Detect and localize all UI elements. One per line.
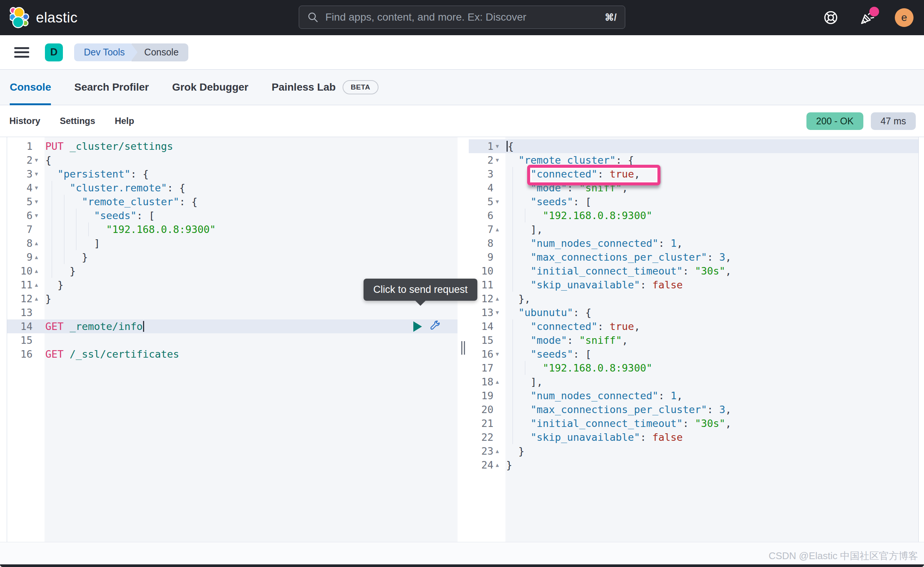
token-p: : <box>640 279 652 291</box>
send-request-play-button[interactable] <box>413 321 422 332</box>
fold-toggle-icon[interactable]: ▴ <box>496 458 506 472</box>
response-code-line[interactable]: 6 "192.168.0.8:9300" <box>469 208 918 222</box>
response-code-line[interactable]: 1▾{ <box>469 140 918 153</box>
request-code-line[interactable]: 2▾{ <box>7 153 458 167</box>
line-number: 16 <box>469 347 496 361</box>
response-code-line[interactable]: 13▾ "ubunutu": { <box>469 306 918 320</box>
fold-toggle-icon[interactable]: ▴ <box>496 292 506 306</box>
line-number: 6 <box>7 208 35 222</box>
request-code-line[interactable]: 13 <box>7 306 458 320</box>
request-code-line[interactable]: 6▾ "seeds": [ <box>7 208 458 222</box>
fold-toggle-icon[interactable]: ▴ <box>35 292 45 306</box>
response-code-line[interactable]: 8 "num_nodes_connected": 1, <box>469 236 918 250</box>
fold-toggle-icon[interactable]: ▾ <box>35 195 45 208</box>
token-k: "skip_unavailable" <box>531 279 640 291</box>
fold-toggle-icon[interactable]: ▾ <box>35 167 45 181</box>
response-code-line[interactable]: 5▾ "seeds": [ <box>469 195 918 208</box>
token-p: , <box>725 404 731 416</box>
notification-dot <box>869 7 879 16</box>
fold-toggle-icon[interactable]: ▾ <box>496 195 506 208</box>
response-code-line[interactable]: 9 "max_connections_per_cluster": 3, <box>469 250 918 264</box>
breadcrumb: Dev ToolsConsole <box>74 44 188 62</box>
response-code-line[interactable]: 24▴} <box>469 458 918 472</box>
token-p: : <box>707 251 719 263</box>
response-code-line[interactable]: 17 "192.168.0.8:9300" <box>469 361 918 375</box>
help-button[interactable] <box>821 8 840 27</box>
request-code-line[interactable]: 10▴ } <box>7 264 458 278</box>
response-code-line[interactable]: 16▾ "seeds": [ <box>469 347 918 361</box>
fold-toggle-icon[interactable]: ▾ <box>496 140 506 153</box>
line-number-gutter: 2▾ <box>7 153 45 167</box>
request-code-line[interactable]: 3▾ "persistent": { <box>7 167 458 181</box>
news-button[interactable] <box>858 8 877 27</box>
fold-toggle-icon[interactable]: ▾ <box>35 153 45 167</box>
request-editor[interactable]: 1PUT _cluster/settings2▾{3▾ "persistent"… <box>7 137 458 542</box>
response-code-line[interactable]: 18▴ ], <box>469 375 918 389</box>
indent-guide <box>88 222 89 236</box>
response-code-line[interactable]: 7▴ ], <box>469 222 918 236</box>
tab-console[interactable]: Console <box>10 70 51 105</box>
response-code-line[interactable]: 21 "initial_connect_timeout": "30s", <box>469 417 918 430</box>
fold-toggle-icon[interactable]: ▾ <box>496 153 506 167</box>
response-code-line[interactable]: 11 "skip_unavailable": false <box>469 278 918 292</box>
fold-toggle-icon[interactable]: ▴ <box>35 264 45 278</box>
response-code-line[interactable]: 14 "connected": true, <box>469 320 918 333</box>
fold-toggle-icon[interactable]: ▾ <box>496 306 506 320</box>
request-code-line[interactable]: 8▴ ] <box>7 236 458 250</box>
request-code-line[interactable]: 4▾ "cluster.remote": { <box>7 181 458 195</box>
response-time-badge: 47 ms <box>871 112 916 130</box>
token-p <box>506 210 543 221</box>
resize-handle[interactable] <box>461 341 465 355</box>
fold-toggle-icon[interactable]: ▾ <box>35 208 45 222</box>
fold-toggle-icon[interactable]: ▴ <box>496 222 506 236</box>
token-p: : { <box>130 168 149 180</box>
menu-help[interactable]: Help <box>115 116 134 126</box>
response-code-line[interactable]: 23▴ } <box>469 444 918 458</box>
response-code-line[interactable]: 2▾ "remote_cluster": { <box>469 153 918 167</box>
life-buoy-icon <box>823 10 838 26</box>
tab-search-profiler[interactable]: Search Profiler <box>74 70 148 105</box>
global-search-input[interactable]: Find apps, content, and more. Ex: Discov… <box>299 6 625 29</box>
user-avatar[interactable]: e <box>895 8 914 27</box>
menu-hamburger-icon[interactable] <box>14 47 29 58</box>
indent-guide <box>513 361 513 375</box>
code-text: "ubunutu": { <box>506 306 918 320</box>
fold-toggle-icon[interactable]: ▴ <box>35 250 45 264</box>
request-code-line[interactable]: 9▴ } <box>7 250 458 264</box>
request-code-line[interactable]: 16GET /_ssl/certificates <box>7 347 458 361</box>
response-code-line[interactable]: 19 "num_nodes_connected": 1, <box>469 389 918 403</box>
request-code-line[interactable]: 15 <box>7 333 458 347</box>
tab-painless-lab[interactable]: Painless LabBETA <box>272 70 378 105</box>
response-code-line[interactable]: 22 "skip_unavailable": false <box>469 430 918 444</box>
fold-toggle-icon[interactable]: ▴ <box>496 444 506 458</box>
menu-settings[interactable]: Settings <box>60 116 96 126</box>
breadcrumb-item-console[interactable]: Console <box>131 44 188 62</box>
request-code-line[interactable]: 7 "192.168.0.8:9300" <box>7 222 458 236</box>
breadcrumb-item-dev-tools[interactable]: Dev Tools <box>74 44 137 62</box>
fold-toggle-icon[interactable]: ▴ <box>35 236 45 250</box>
request-code-line[interactable]: 1PUT _cluster/settings <box>7 140 458 153</box>
response-code-line[interactable]: 3 "connected": true, <box>469 167 918 181</box>
response-viewer[interactable]: 1▾{2▾ "remote_cluster": {3 "connected": … <box>469 137 919 542</box>
request-code-line[interactable]: 14GET _remote/info <box>7 320 458 333</box>
fold-toggle-icon[interactable]: ▴ <box>35 278 45 292</box>
response-code-line[interactable]: 15 "mode": "sniff", <box>469 333 918 347</box>
token-p <box>45 210 94 221</box>
indent-guide <box>64 236 64 250</box>
token-p <box>506 251 531 263</box>
request-wrench-icon[interactable] <box>428 320 440 333</box>
response-code-line[interactable]: 20 "max_connections_per_cluster": 3, <box>469 403 918 417</box>
fold-toggle-icon[interactable]: ▾ <box>496 347 506 361</box>
line-number-gutter: 2▾ <box>469 153 506 167</box>
menu-history[interactable]: History <box>9 116 40 126</box>
response-code-line[interactable]: 12▴ }, <box>469 292 918 306</box>
response-code-line[interactable]: 10 "initial_connect_timeout": "30s", <box>469 264 918 278</box>
fold-toggle-icon[interactable]: ▾ <box>35 181 45 195</box>
response-code-line[interactable]: 4 "mode": "sniff", <box>469 181 918 195</box>
indent-guide <box>64 222 64 236</box>
tab-grok-debugger[interactable]: Grok Debugger <box>172 70 249 105</box>
fold-toggle-icon[interactable]: ▴ <box>496 375 506 389</box>
request-code-line[interactable]: 5▾ "remote_cluster": { <box>7 195 458 208</box>
code-text: "connected": true, <box>506 167 918 181</box>
token-p <box>506 418 531 429</box>
